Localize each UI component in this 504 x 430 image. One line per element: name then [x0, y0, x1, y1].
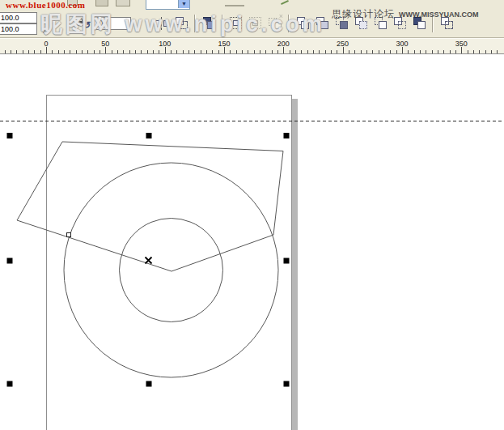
selection-handle[interactable] — [284, 258, 290, 264]
group-button[interactable] — [227, 14, 245, 33]
ungroup-all-button — [266, 14, 284, 33]
ruler-tick — [260, 50, 260, 53]
ruler-tick — [16, 50, 17, 53]
combine-button[interactable] — [200, 14, 218, 33]
ruler-tick — [100, 50, 100, 53]
ruler-tick — [349, 50, 349, 53]
ruler-tick — [242, 50, 243, 53]
ruler-tick — [52, 50, 53, 53]
ruler-tick — [212, 50, 213, 53]
ruler-label: 100 — [159, 40, 171, 48]
zoom-level-combobox[interactable]: ▼ — [146, 0, 190, 10]
ruler-tick — [254, 50, 255, 53]
inner-circle[interactable] — [120, 219, 223, 322]
ruler-tick — [402, 47, 403, 53]
toolbar-separator — [194, 15, 196, 32]
ruler-tick — [491, 50, 492, 53]
simplify-button[interactable] — [352, 14, 370, 33]
scale-x-field[interactable] — [0, 12, 37, 23]
toolbar-icon-fragment — [116, 0, 130, 6]
drawing-canvas[interactable] — [0, 54, 504, 430]
rotation-angle-field[interactable] — [94, 17, 131, 30]
ruler-label: 150 — [218, 40, 230, 48]
ruler-tick — [426, 50, 426, 53]
selection-handle[interactable] — [7, 133, 13, 138]
chevron-down-icon[interactable]: ▼ — [178, 0, 189, 8]
ruler-tick — [159, 50, 159, 53]
ruler-tick — [141, 50, 142, 53]
ruler-tick — [201, 50, 201, 53]
ruler-tick — [277, 50, 278, 53]
ruler-tick — [248, 50, 248, 53]
ruler-tick — [366, 50, 367, 53]
ruler-tick — [23, 50, 23, 53]
selection-handle[interactable] — [7, 258, 13, 264]
ruler-tick — [218, 50, 219, 53]
outer-circle[interactable] — [64, 163, 278, 377]
ruler-tick — [265, 50, 266, 53]
property-bar: % ↺ — [0, 11, 504, 38]
ruler-tick — [165, 47, 166, 53]
ruler-tick — [379, 50, 379, 53]
toolbar-separator — [222, 15, 223, 32]
ruler-tick — [206, 50, 207, 53]
ruler-tick — [337, 50, 337, 53]
ruler-tick — [58, 50, 59, 53]
ruler-tick — [354, 50, 355, 53]
selection-handle[interactable] — [146, 381, 152, 387]
selection-handle[interactable] — [7, 381, 13, 387]
scale-percent-label: % — [41, 25, 49, 35]
copy-size-button[interactable] — [172, 14, 190, 33]
ruler-tick — [390, 50, 391, 53]
selection-center-mark[interactable] — [146, 258, 152, 264]
mirror-buttons[interactable] — [153, 14, 171, 33]
ruler-tick — [11, 50, 11, 53]
ruler-tick — [283, 47, 284, 53]
ruler-tick — [183, 50, 184, 53]
page-shadow — [292, 99, 298, 430]
ruler-tick — [408, 50, 409, 53]
weld-button[interactable] — [294, 14, 311, 33]
ruler-tick — [112, 50, 112, 53]
ruler-label: 200 — [277, 40, 290, 48]
create-boundary-button[interactable] — [410, 14, 428, 33]
ruler-tick — [438, 50, 438, 53]
back-minus-front-button[interactable] — [391, 14, 409, 33]
selection-handle[interactable] — [284, 133, 290, 138]
ruler-tick — [420, 50, 421, 53]
ruler-tick — [46, 47, 47, 53]
ruler-tick — [414, 50, 415, 53]
ruler-tick — [87, 50, 88, 53]
canvas-svg[interactable] — [0, 54, 504, 430]
curve-node-marker[interactable] — [67, 233, 71, 237]
ruler-tick — [497, 50, 498, 53]
ruler-tick — [461, 47, 462, 53]
front-minus-back-button[interactable] — [371, 14, 389, 33]
ruler-label: 0 — [44, 40, 48, 48]
ruler-tick — [319, 50, 320, 53]
ruler-label: 250 — [337, 40, 349, 48]
ruler-tick — [176, 50, 177, 53]
ruler-tick — [443, 50, 444, 53]
selection-handle[interactable] — [284, 381, 290, 387]
ruler-tick — [117, 50, 118, 53]
ruler-tick — [479, 50, 480, 53]
polygon-shape[interactable] — [17, 142, 283, 271]
ruler-label: 350 — [455, 40, 468, 48]
horizontal-ruler[interactable]: 050100150200250300350 — [0, 38, 504, 54]
combine-behind-button[interactable] — [438, 14, 455, 33]
ruler-tick — [94, 50, 95, 53]
trim-button[interactable] — [313, 14, 331, 33]
intersect-button[interactable] — [332, 14, 350, 33]
ruler-tick — [455, 50, 456, 53]
toolbar-text-fragment — [225, 1, 244, 6]
ruler-tick — [396, 50, 397, 53]
ruler-tick — [188, 50, 189, 53]
scale-y-field[interactable] — [0, 23, 37, 35]
ruler-tick — [64, 50, 65, 53]
ruler-label: 50 — [101, 40, 109, 48]
ruler-tick — [468, 50, 468, 53]
selection-handle[interactable] — [146, 133, 152, 138]
ruler-tick — [123, 50, 124, 53]
ruler-tick — [236, 50, 237, 53]
